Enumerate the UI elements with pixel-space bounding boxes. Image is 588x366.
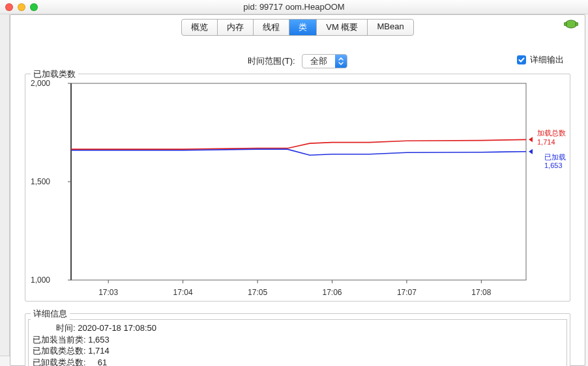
details-row: 已加装当前类: 1,653 bbox=[33, 334, 563, 346]
svg-point-0 bbox=[565, 20, 577, 28]
details-row: 已加载类总数: 1,714 bbox=[33, 345, 563, 357]
tab-3[interactable]: 类 bbox=[289, 20, 317, 35]
controls-row: 时间范围(T): 全部 详细输出 bbox=[10, 54, 585, 68]
tab-bar: 概览内存线程类VM 概要MBean bbox=[10, 15, 585, 36]
chevron-updown-icon bbox=[335, 55, 347, 68]
content-pane: 概览内存线程类VM 概要MBean 时间范围(T): 全部 详细输出 已加载类数… bbox=[10, 14, 585, 366]
time-range-select[interactable]: 全部 bbox=[302, 54, 347, 68]
x-tick-label: 17:04 bbox=[173, 288, 193, 297]
close-icon[interactable] bbox=[5, 3, 13, 11]
y-tick-label: 1,000 bbox=[31, 275, 50, 285]
tab-4[interactable]: VM 概要 bbox=[317, 20, 368, 35]
series-label-loaded: 已加载1,653 bbox=[544, 153, 566, 170]
time-range-value: 全部 bbox=[302, 55, 335, 68]
detail-output-checkbox[interactable] bbox=[517, 55, 526, 64]
scrollbar-horizontal[interactable] bbox=[0, 356, 10, 366]
zoom-icon[interactable] bbox=[30, 3, 38, 11]
chart-plot: 1,0001,5002,00017:0317:0417:0517:0617:07… bbox=[25, 74, 570, 301]
x-tick-label: 17:05 bbox=[248, 288, 267, 297]
chart-fieldset: 已加载类数 1,0001,5002,00017:0317:0417:0517:0… bbox=[25, 74, 570, 302]
titlebar: pid: 99717 oom.HeapOOM bbox=[0, 0, 588, 14]
y-tick-label: 2,000 bbox=[31, 79, 50, 88]
svg-rect-1 bbox=[564, 23, 566, 25]
tab-5[interactable]: MBean bbox=[368, 20, 413, 35]
details-fieldset: 详细信息 时间: 2020-07-18 17:08:50已加装当前类: 1,65… bbox=[25, 313, 570, 366]
plugin-icon[interactable] bbox=[564, 19, 578, 31]
x-tick-label: 17:07 bbox=[397, 288, 417, 297]
details-legend: 详细信息 bbox=[31, 308, 70, 320]
details-row: 已卸载类总数: 61 bbox=[33, 357, 563, 366]
left-gutter bbox=[0, 14, 10, 366]
window-title: pid: 99717 oom.HeapOOM bbox=[44, 2, 583, 12]
x-tick-label: 17:03 bbox=[98, 288, 118, 297]
svg-rect-2 bbox=[576, 23, 578, 25]
minimize-icon[interactable] bbox=[18, 3, 25, 11]
time-range-label: 时间范围(T): bbox=[248, 55, 295, 67]
x-tick-label: 17:06 bbox=[322, 288, 342, 297]
y-tick-label: 1,500 bbox=[31, 177, 50, 186]
svg-rect-3 bbox=[71, 83, 526, 280]
x-tick-label: 17:08 bbox=[471, 288, 491, 297]
tab-1[interactable]: 内存 bbox=[218, 20, 254, 35]
series-label-total: 加载总数1,714 bbox=[537, 129, 566, 146]
tab-0[interactable]: 概览 bbox=[182, 20, 218, 35]
tab-2[interactable]: 线程 bbox=[254, 20, 289, 35]
details-row: 时间: 2020-07-18 17:08:50 bbox=[33, 322, 563, 334]
details-content: 时间: 2020-07-18 17:08:50已加装当前类: 1,653已加载类… bbox=[28, 319, 567, 366]
detail-output-label: 详细输出 bbox=[530, 54, 564, 66]
